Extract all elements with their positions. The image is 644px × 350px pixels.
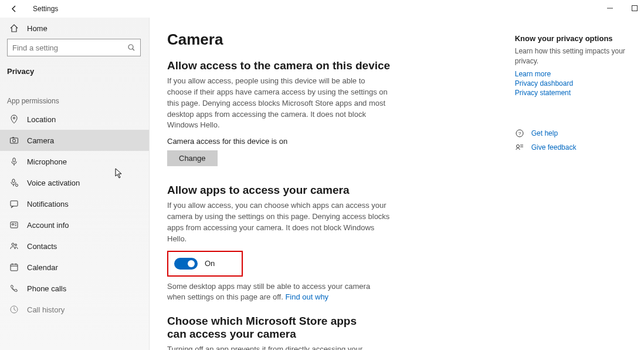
rail-title: Know your privacy options xyxy=(515,34,626,43)
voice-activation-icon xyxy=(9,178,19,187)
svg-line-3 xyxy=(133,49,134,51)
sidebar-item-calendar[interactable]: Calendar xyxy=(0,257,149,278)
sidebar-item-location[interactable]: Location xyxy=(0,109,149,130)
camera-icon xyxy=(9,136,19,145)
sidebar-item-label: Contacts xyxy=(27,242,57,251)
back-button[interactable] xyxy=(8,3,20,15)
svg-point-6 xyxy=(13,139,16,142)
svg-point-13 xyxy=(12,224,14,226)
search-box[interactable] xyxy=(7,39,141,56)
help-icon: ? xyxy=(515,129,524,138)
sidebar-item-call-history[interactable]: Call history xyxy=(0,299,149,320)
apps-access-toggle-highlight: On xyxy=(167,251,243,277)
sidebar: Home Privacy App permissions Location Ca… xyxy=(0,18,150,350)
change-button[interactable]: Change xyxy=(167,150,218,166)
sidebar-item-camera[interactable]: Camera xyxy=(0,130,149,151)
home-icon xyxy=(9,23,19,33)
svg-rect-18 xyxy=(11,264,18,271)
sidebar-section-privacy: Privacy xyxy=(0,61,149,79)
apps-access-toggle[interactable] xyxy=(174,258,198,270)
search-input[interactable] xyxy=(12,43,127,52)
section-device-access-blurb: If you allow access, people using this d… xyxy=(167,76,390,131)
phone-calls-icon xyxy=(9,284,19,293)
account-info-icon xyxy=(9,220,19,230)
sidebar-item-voice-activation[interactable]: Voice activation xyxy=(0,172,149,193)
calendar-icon xyxy=(9,262,19,272)
apps-access-note: Some desktop apps may still be able to a… xyxy=(167,281,372,304)
sidebar-item-notifications[interactable]: Notifications xyxy=(0,193,149,214)
sidebar-item-contacts[interactable]: Contacts xyxy=(0,235,149,257)
sidebar-home[interactable]: Home xyxy=(0,18,149,39)
sidebar-item-label: Voice activation xyxy=(27,179,80,187)
svg-rect-9 xyxy=(12,179,15,183)
right-rail: Know your privacy options Learn how this… xyxy=(515,31,626,350)
notifications-icon xyxy=(9,199,19,208)
section-choose-apps-blurb: Turning off an app prevents it from dire… xyxy=(167,344,390,350)
sidebar-item-label: Calendar xyxy=(27,263,58,272)
sidebar-item-label: Camera xyxy=(27,136,54,145)
svg-rect-11 xyxy=(11,201,18,206)
svg-point-16 xyxy=(12,243,14,245)
sidebar-item-label: Account info xyxy=(27,221,69,230)
svg-point-2 xyxy=(128,45,133,49)
sidebar-item-microphone[interactable]: Microphone xyxy=(0,151,149,172)
svg-point-10 xyxy=(16,184,18,187)
location-icon xyxy=(9,115,19,124)
sidebar-home-label: Home xyxy=(27,24,48,33)
apps-access-note-text: Some desktop apps may still be able to a… xyxy=(167,282,370,302)
svg-point-4 xyxy=(13,117,15,119)
svg-rect-5 xyxy=(11,138,18,143)
maximize-button[interactable] xyxy=(629,2,640,14)
give-feedback-link[interactable]: Give feedback xyxy=(515,143,626,152)
sidebar-item-label: Microphone xyxy=(27,157,67,166)
section-choose-apps-title: Choose which Microsoft Store apps can ac… xyxy=(167,315,378,341)
device-access-status: Camera access for this device is on xyxy=(167,137,480,146)
sidebar-item-account-info[interactable]: Account info xyxy=(0,214,149,235)
svg-rect-8 xyxy=(13,158,15,162)
rail-link-privacy-statement[interactable]: Privacy statement xyxy=(515,89,626,97)
section-device-access-title: Allow access to the camera on this devic… xyxy=(167,59,480,72)
svg-rect-7 xyxy=(12,137,14,139)
rail-blurb: Learn how this setting impacts your priv… xyxy=(515,46,626,66)
give-feedback-label: Give feedback xyxy=(531,143,577,152)
svg-text:?: ? xyxy=(518,131,521,136)
minimize-button[interactable] xyxy=(604,2,616,14)
svg-point-17 xyxy=(15,244,17,246)
sidebar-item-label: Location xyxy=(27,115,56,124)
apps-access-toggle-label: On xyxy=(205,259,215,268)
svg-rect-1 xyxy=(632,6,638,11)
section-apps-access-title: Allow apps to access your camera xyxy=(167,184,480,197)
main-content: Camera Allow access to the camera on thi… xyxy=(167,31,480,350)
svg-rect-12 xyxy=(11,222,18,228)
sidebar-item-phone-calls[interactable]: Phone calls xyxy=(0,278,149,299)
rail-link-privacy-dashboard[interactable]: Privacy dashboard xyxy=(515,79,626,88)
page-title: Camera xyxy=(167,31,480,49)
microphone-icon xyxy=(9,157,19,166)
get-help-link[interactable]: ? Get help xyxy=(515,129,626,138)
call-history-icon xyxy=(9,305,19,314)
sidebar-item-label: Phone calls xyxy=(27,284,66,293)
get-help-label: Get help xyxy=(531,129,558,137)
rail-link-learn-more[interactable]: Learn more xyxy=(515,70,626,78)
sidebar-section-app-permissions: App permissions xyxy=(0,79,149,109)
contacts-icon xyxy=(9,241,19,251)
search-icon xyxy=(127,43,135,52)
svg-point-25 xyxy=(516,144,519,147)
feedback-icon xyxy=(515,143,524,152)
sidebar-item-label: Call history xyxy=(27,305,65,314)
find-out-why-link[interactable]: Find out why xyxy=(285,292,328,301)
sidebar-item-label: Notifications xyxy=(27,200,69,208)
section-apps-access-blurb: If you allow access, you can choose whic… xyxy=(167,200,390,244)
window-title: Settings xyxy=(33,5,58,13)
